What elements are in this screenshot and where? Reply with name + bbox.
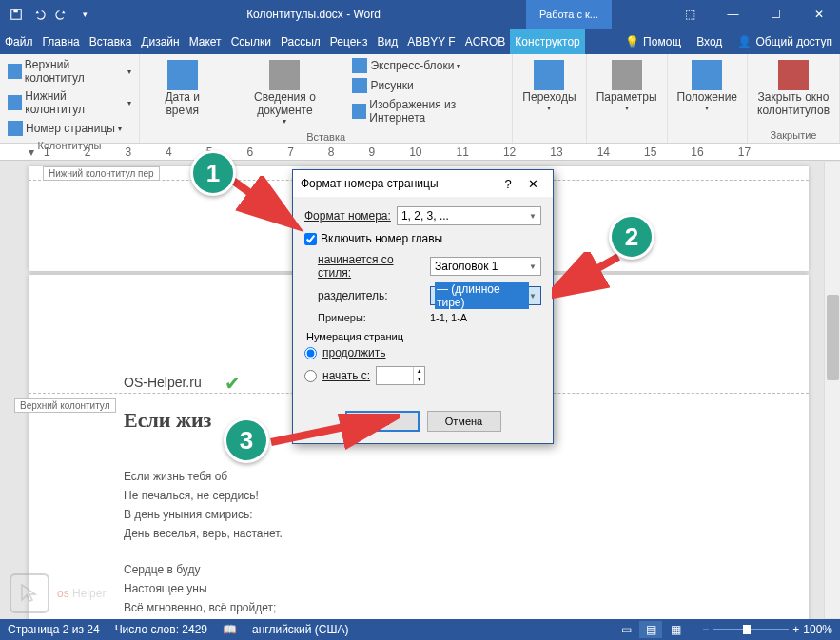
ribbon-group-close: Закрыть окно колонтитулов Закрытие: [748, 54, 840, 143]
page-numbering-group: Нумерация страниц продолжить начать с: ▲…: [304, 331, 541, 392]
start-at-spinner[interactable]: ▲▼: [376, 366, 425, 385]
chevron-down-icon: ▼: [529, 212, 537, 221]
doc-paragraph-2: Сердце в буду Настоящее уны Всё мгновенн…: [124, 560, 276, 619]
qat-customize-icon[interactable]: ▾: [74, 4, 95, 25]
quick-access-toolbar: ▾: [0, 4, 101, 25]
tab-review[interactable]: Реценз: [325, 29, 373, 54]
status-language[interactable]: английский (США): [252, 623, 348, 636]
cancel-button[interactable]: Отмена: [427, 411, 501, 432]
tab-abbyy[interactable]: ABBYY F: [402, 29, 459, 54]
date-time-button[interactable]: Дата и время: [144, 56, 221, 121]
spellcheck-icon[interactable]: 📖: [223, 623, 237, 636]
annotation-arrow-2: [552, 252, 628, 300]
tab-design[interactable]: Дизайн: [136, 29, 184, 54]
format-label: Формат номера:: [304, 209, 391, 223]
doc-info-button[interactable]: Сведения о документе▾: [223, 56, 346, 129]
signin-link[interactable]: Вход: [689, 29, 730, 54]
start-at-input[interactable]: [377, 367, 413, 384]
dialog-close-button[interactable]: ✕: [520, 177, 545, 191]
dialog-help-button[interactable]: ?: [496, 177, 520, 191]
window-controls: ⬚ — ☐ ✕: [669, 0, 840, 29]
close-button[interactable]: ✕: [797, 0, 840, 29]
examples-label: Примеры:: [318, 312, 424, 323]
tab-file[interactable]: Файл: [0, 29, 38, 54]
share-button[interactable]: 👤Общий доступ: [730, 29, 840, 54]
header-text[interactable]: OS-Helper.ru: [124, 375, 202, 390]
annotation-arrow-3: [266, 414, 400, 452]
tab-home[interactable]: Главна: [38, 29, 85, 54]
continue-radio[interactable]: [304, 347, 317, 359]
close-header-footer-button[interactable]: Закрыть окно колонтитулов: [752, 56, 835, 121]
tab-insert[interactable]: Вставка: [85, 29, 137, 54]
parameters-button[interactable]: Параметры▾: [591, 56, 663, 116]
zoom-slider[interactable]: [713, 629, 789, 630]
starts-with-style-label: начинается со стиля:: [318, 253, 424, 280]
start-at-radio[interactable]: [304, 370, 317, 382]
zoom-out-icon[interactable]: −: [702, 623, 709, 636]
status-page[interactable]: Страница 2 из 24: [8, 623, 100, 636]
svg-line-4: [271, 418, 385, 442]
zoom-in-icon[interactable]: +: [792, 623, 799, 636]
checkmark-icon: ✔: [225, 372, 241, 395]
footer-icon: [8, 95, 22, 110]
ribbon-options-icon[interactable]: ⬚: [669, 0, 712, 29]
title-bar: ▾ Колонтитулы.docx - Word Работа с к... …: [0, 0, 840, 29]
vertical-scrollbar[interactable]: [824, 162, 840, 618]
dialog-title: Формат номера страницы: [301, 177, 496, 190]
include-chapter-checkbox[interactable]: [304, 233, 317, 245]
tell-me[interactable]: 💡Помощ: [617, 29, 689, 54]
page-number-format-dialog: Формат номера страницы ? ✕ Формат номера…: [292, 169, 554, 444]
tab-layout[interactable]: Макет: [185, 29, 226, 54]
continue-label: продолжить: [322, 346, 385, 359]
save-icon[interactable]: [6, 4, 27, 25]
svg-line-2: [233, 181, 285, 219]
chapter-style-select[interactable]: Заголовок 1▼: [430, 257, 541, 276]
document-icon: [269, 60, 300, 90]
scrollbar-thumb[interactable]: [827, 295, 839, 380]
number-format-select[interactable]: 1, 2, 3, ...▼: [397, 206, 541, 225]
ribbon-group-options: Параметры▾: [587, 54, 668, 143]
status-wordcount[interactable]: Число слов: 2429: [115, 623, 207, 636]
blocks-icon: [352, 58, 367, 73]
view-print-icon[interactable]: ▤: [639, 621, 662, 638]
tab-references[interactable]: Ссылки: [226, 29, 276, 54]
page-number-button[interactable]: Номер страницы▾: [4, 119, 135, 138]
include-chapter-label: Включить номер главы: [321, 232, 442, 245]
separator-select[interactable]: — (длинное тире)▼: [430, 286, 541, 305]
tab-constructor[interactable]: Конструктор: [510, 29, 584, 54]
undo-icon[interactable]: [29, 4, 49, 25]
spinner-down-icon[interactable]: ▼: [413, 376, 424, 384]
quick-parts-button[interactable]: Экспресс-блоки▾: [348, 56, 508, 75]
maximize-button[interactable]: ☐: [754, 0, 797, 29]
redo-icon[interactable]: [51, 4, 72, 25]
view-read-icon[interactable]: ▭: [615, 621, 637, 638]
footer-tag: Нижний колонтитул пер: [43, 166, 160, 181]
horizontal-ruler[interactable]: ▾ 1234567891011121314151617: [0, 144, 840, 161]
online-pictures-button[interactable]: Изображения из Интернета: [348, 96, 508, 126]
context-tab-label: Работа с к...: [526, 0, 612, 29]
annotation-3: 3: [224, 417, 269, 463]
minimize-button[interactable]: —: [712, 0, 754, 29]
chevron-down-icon: ▼: [529, 262, 537, 271]
tab-acrobat[interactable]: ACROB: [460, 29, 511, 54]
tab-view[interactable]: Вид: [372, 29, 402, 54]
ribbon-tabs: Файл Главна Вставка Дизайн Макет Ссылки …: [0, 29, 840, 54]
start-at-label: начать с:: [322, 369, 370, 382]
share-icon: 👤: [737, 35, 752, 48]
annotation-arrow-1: [228, 176, 304, 233]
ribbon-group-position: Положение▾: [668, 54, 748, 143]
view-web-icon[interactable]: ▦: [664, 621, 687, 638]
zoom-control[interactable]: − + 100%: [702, 623, 832, 636]
transitions-button[interactable]: Переходы▾: [517, 56, 581, 116]
header-button[interactable]: Верхний колонтитул▾: [4, 56, 135, 87]
tab-mailings[interactable]: Рассыл: [276, 29, 325, 54]
pictures-button[interactable]: Рисунки: [348, 76, 508, 95]
footer-button[interactable]: Нижний колонтитул▾: [4, 87, 135, 118]
svg-line-3: [559, 257, 618, 290]
header-icon: [8, 64, 22, 79]
spinner-up-icon[interactable]: ▲: [413, 367, 424, 376]
ribbon-group-headers: Верхний колонтитул▾ Нижний колонтитул▾ Н…: [0, 54, 140, 143]
position-button[interactable]: Положение▾: [672, 56, 743, 116]
zoom-level[interactable]: 100%: [803, 623, 832, 636]
calendar-icon: [167, 60, 198, 90]
